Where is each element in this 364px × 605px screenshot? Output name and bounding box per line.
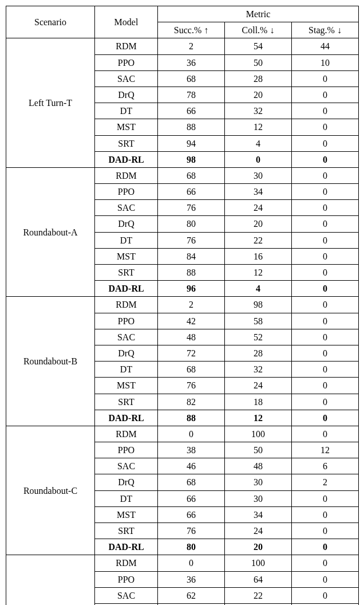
succ-cell: 88 xyxy=(158,119,225,135)
stag-cell: 0 xyxy=(292,184,359,200)
table-row: Left Turn-TRDM25444 xyxy=(6,38,359,54)
stag-cell: 44 xyxy=(292,38,359,54)
header-metric-group: Metric xyxy=(158,6,359,22)
stag-cell: 12 xyxy=(292,442,359,458)
stag-cell: 0 xyxy=(292,506,359,522)
model-cell: SRT xyxy=(95,523,158,539)
coll-cell: 4 xyxy=(225,135,292,151)
header-scenario: Scenario xyxy=(6,6,95,38)
model-cell: MST xyxy=(95,378,158,394)
stag-cell: 10 xyxy=(292,54,359,70)
model-cell: RDM xyxy=(95,167,158,183)
table-row: Roundabout-CRDM01000 xyxy=(6,426,359,442)
succ-cell: 76 xyxy=(158,378,225,394)
model-cell: RDM xyxy=(95,426,158,442)
stag-cell: 0 xyxy=(292,571,359,587)
succ-cell: 82 xyxy=(158,394,225,410)
succ-cell: 76 xyxy=(158,523,225,539)
coll-cell: 32 xyxy=(225,362,292,378)
model-cell: MST xyxy=(95,506,158,522)
model-cell: DT xyxy=(95,232,158,248)
stag-cell: 0 xyxy=(292,523,359,539)
coll-cell: 34 xyxy=(225,506,292,522)
stag-cell: 0 xyxy=(292,200,359,216)
stag-cell: 0 xyxy=(292,167,359,183)
stag-cell: 6 xyxy=(292,458,359,474)
succ-cell: 98 xyxy=(158,151,225,167)
stag-cell: 0 xyxy=(292,329,359,345)
coll-cell: 20 xyxy=(225,539,292,555)
coll-cell: 22 xyxy=(225,232,292,248)
coll-cell: 64 xyxy=(225,571,292,587)
succ-cell: 76 xyxy=(158,232,225,248)
model-cell: PPO xyxy=(95,313,158,329)
succ-cell: 80 xyxy=(158,216,225,232)
stag-cell: 0 xyxy=(292,297,359,313)
stag-cell: 0 xyxy=(292,216,359,232)
coll-cell: 52 xyxy=(225,329,292,345)
coll-cell: 18 xyxy=(225,394,292,410)
stag-cell: 2 xyxy=(292,474,359,490)
coll-cell: 30 xyxy=(225,490,292,506)
coll-cell: 28 xyxy=(225,345,292,361)
stag-cell: 0 xyxy=(292,345,359,361)
model-cell: RDM xyxy=(95,38,158,54)
succ-cell: 88 xyxy=(158,410,225,426)
table-row: Roundabout-BRDM2980 xyxy=(6,297,359,313)
model-cell: DrQ xyxy=(95,345,158,361)
succ-cell: 88 xyxy=(158,265,225,281)
coll-cell: 16 xyxy=(225,248,292,264)
coll-cell: 98 xyxy=(225,297,292,313)
stag-cell: 0 xyxy=(292,587,359,603)
model-cell: DrQ xyxy=(95,474,158,490)
coll-cell: 32 xyxy=(225,103,292,119)
succ-cell: 66 xyxy=(158,103,225,119)
coll-cell: 0 xyxy=(225,151,292,167)
succ-cell: 38 xyxy=(158,442,225,458)
model-cell: SRT xyxy=(95,265,158,281)
succ-cell: 94 xyxy=(158,135,225,151)
model-cell: SAC xyxy=(95,587,158,603)
header-model: Model xyxy=(95,6,158,38)
model-cell: PPO xyxy=(95,54,158,70)
model-cell: SRT xyxy=(95,394,158,410)
stag-cell: 0 xyxy=(292,232,359,248)
succ-cell: 46 xyxy=(158,458,225,474)
model-cell: SRT xyxy=(95,135,158,151)
model-cell: PPO xyxy=(95,442,158,458)
coll-cell: 12 xyxy=(225,265,292,281)
succ-cell: 36 xyxy=(158,571,225,587)
coll-cell: 50 xyxy=(225,54,292,70)
succ-cell: 0 xyxy=(158,426,225,442)
model-cell: MST xyxy=(95,119,158,135)
stag-cell: 0 xyxy=(292,410,359,426)
stag-cell: 0 xyxy=(292,87,359,103)
scenario-cell: Roundabout-A xyxy=(6,167,95,297)
succ-cell: 66 xyxy=(158,184,225,200)
succ-cell: 2 xyxy=(158,38,225,54)
stag-cell: 0 xyxy=(292,119,359,135)
scenario-cell: Left Turn-T xyxy=(6,38,95,168)
model-cell: DrQ xyxy=(95,216,158,232)
coll-cell: 58 xyxy=(225,313,292,329)
succ-cell: 72 xyxy=(158,345,225,361)
succ-cell: 42 xyxy=(158,313,225,329)
coll-cell: 34 xyxy=(225,184,292,200)
succ-cell: 62 xyxy=(158,587,225,603)
model-cell: DT xyxy=(95,490,158,506)
model-cell: DrQ xyxy=(95,87,158,103)
succ-cell: 0 xyxy=(158,555,225,571)
header-stag: Stag.% ↓ xyxy=(292,22,359,38)
succ-cell: 78 xyxy=(158,87,225,103)
model-cell: SAC xyxy=(95,70,158,87)
model-cell: SAC xyxy=(95,329,158,345)
model-cell: DT xyxy=(95,103,158,119)
succ-cell: 96 xyxy=(158,281,225,297)
succ-cell: 68 xyxy=(158,474,225,490)
coll-cell: 54 xyxy=(225,38,292,54)
coll-cell: 24 xyxy=(225,523,292,539)
coll-cell: 28 xyxy=(225,70,292,87)
coll-cell: 20 xyxy=(225,216,292,232)
model-cell: DAD-RL xyxy=(95,539,158,555)
header-coll: Coll.% ↓ xyxy=(225,22,292,38)
